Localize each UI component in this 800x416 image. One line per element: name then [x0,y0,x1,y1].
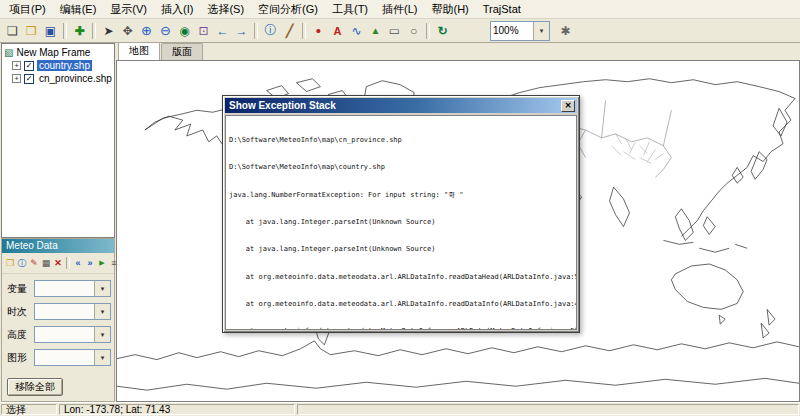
zoom-to-layer-icon[interactable]: ⊡ [194,21,213,40]
stack-line: at org.meteoinfo.data.meteodata.arl.ARLD… [229,300,573,309]
variable-combo[interactable]: ▾ [34,280,111,297]
meteo-data-title[interactable]: Meteo Data [2,239,114,253]
variable-value [35,281,94,296]
menu-item-trajstat[interactable]: TrajStat [476,1,528,17]
chevron-down-icon[interactable]: ▾ [94,327,110,342]
menu-item-project[interactable]: 项目(P) [2,0,53,19]
layer-label[interactable]: country.shp [37,60,92,71]
new-point-icon[interactable]: • [309,21,328,40]
layer-node-cn-province[interactable]: + ✓ cn_province.shp [2,72,114,85]
new-label-icon[interactable]: A [328,21,347,40]
tab-map[interactable]: 地图 [118,42,160,60]
map-frame-label: New Map Frame [16,47,90,58]
stack-line: at org.meteoinfo.data.meteodata.arl.ARLD… [229,273,573,282]
identify-icon[interactable]: ⓘ [261,21,280,40]
layer-label[interactable]: cn_province.shp [37,73,114,84]
toolbar-separator [63,23,67,39]
menu-item-plugins[interactable]: 插件(L) [375,0,424,19]
time-combo[interactable]: ▾ [34,303,111,320]
open-data-icon[interactable]: ❒ [4,256,16,270]
toolbar-separator [92,23,96,39]
pan-icon[interactable]: ✥ [118,21,137,40]
measure-icon[interactable]: ╱ [280,21,299,40]
new-circle-icon[interactable]: ○ [404,21,423,40]
refresh-icon[interactable]: ↻ [433,21,452,40]
status-bar: 选择 Lon: -173.78; Lat: 71.43 [0,402,800,416]
data-info-icon[interactable]: ⓘ [16,256,28,270]
graphic-combo[interactable]: ▾ [34,349,111,366]
layers-tree: ▧ New Map Frame + ✓ country.shp + ✓ cn_p… [1,43,115,238]
new-rectangle-icon[interactable]: ▭ [385,21,404,40]
map-frame-icon: ▧ [4,47,13,58]
left-panel: ▧ New Map Frame + ✓ country.shp + ✓ cn_p… [0,43,116,402]
animate-icon[interactable]: ▶ [96,256,108,270]
graphic-value [35,350,94,365]
chevron-down-icon[interactable]: ▾ [533,22,549,40]
add-layer-icon[interactable]: ✚ [70,21,89,40]
select-element-icon[interactable]: ➤ [99,21,118,40]
menu-item-insert[interactable]: 插入(I) [154,0,200,19]
status-spacer [297,404,799,415]
stack-line: D:\Software\MeteoInfo\map\cn_province.sh… [229,136,573,145]
next-time-icon[interactable]: » [84,256,96,270]
layer-checkbox[interactable]: ✓ [24,74,34,84]
new-polygon-icon[interactable]: ▲ [366,21,385,40]
draw-data-icon[interactable]: ✎ [28,256,40,270]
meteo-data-panel: Meteo Data ❒ ⓘ ✎ ▦ ✕ « » ▶ ≡ 变量 ▾ [1,238,115,402]
status-mode: 选择 [1,404,57,415]
zoom-in-icon[interactable]: ⊕ [137,21,156,40]
zoom-level-combo[interactable]: ▾ [490,21,550,41]
expand-icon[interactable]: + [12,61,21,70]
tab-layout[interactable]: 版面 [161,43,203,60]
prev-extent-icon[interactable]: ← [213,21,232,40]
time-value [35,304,94,319]
stack-line: java.lang.NumberFormatException: For inp… [229,191,573,200]
close-icon[interactable]: ✕ [561,100,575,112]
layer-node-country[interactable]: + ✓ country.shp [2,59,114,72]
data-table-icon[interactable]: ▦ [40,256,52,270]
time-label: 时次 [7,305,31,319]
menu-item-spatial-analysis[interactable]: 空间分析(G) [251,0,325,19]
next-extent-icon[interactable]: → [232,21,251,40]
menu-item-selection[interactable]: 选择(S) [200,0,251,19]
menu-item-tools[interactable]: 工具(T) [325,0,375,19]
full-extent-icon[interactable]: ◉ [175,21,194,40]
chevron-down-icon[interactable]: ▾ [94,350,110,365]
first-time-icon[interactable]: « [72,256,84,270]
view-tabs: 地图 版面 [116,43,800,60]
settings-icon[interactable]: ✱ [556,21,575,40]
save-project-icon[interactable]: ▣ [41,21,60,40]
time-field-row: 时次 ▾ [7,303,111,320]
stack-line: D:\Software\MeteoInfo\map\country.shp [229,163,573,172]
new-project-icon[interactable]: ❏ [3,21,22,40]
exception-dialog-title: Show Exception Stack [229,100,561,111]
exception-dialog-titlebar[interactable]: Show Exception Stack ✕ [225,98,577,113]
toolbar-separator [426,23,430,39]
china-province-borders [612,134,664,164]
zoom-level-input[interactable] [491,22,533,40]
menu-item-view[interactable]: 显示(V) [103,0,154,19]
stack-line: at java.lang.Integer.parseInt(Unknown So… [229,218,573,227]
toolbar-separator [302,23,306,39]
variable-field-row: 变量 ▾ [7,280,111,297]
main-toolbar: ❏ ❒ ▣ ✚ ➤ ✥ ⊕ ⊖ ◉ ⊡ ← → ⓘ ╱ • A ∿ ▲ ▭ ○ … [0,19,800,43]
remove-data-icon[interactable]: ✕ [52,256,64,270]
zoom-out-icon[interactable]: ⊖ [156,21,175,40]
chevron-down-icon[interactable]: ▾ [94,304,110,319]
menu-bar: 项目(P) 编辑(E) 显示(V) 插入(I) 选择(S) 空间分析(G) 工具… [0,0,800,19]
graphic-field-row: 图形 ▾ [7,349,111,366]
level-field-row: 高度 ▾ [7,326,111,343]
menu-item-help[interactable]: 帮助(H) [424,0,475,19]
level-combo[interactable]: ▾ [34,326,111,343]
level-label: 高度 [7,328,31,342]
expand-icon[interactable]: + [12,74,21,83]
remove-all-button[interactable]: 移除全部 [7,378,63,396]
meteo-data-toolbar: ❒ ⓘ ✎ ▦ ✕ « » ▶ ≡ [2,253,114,274]
map-frame-node[interactable]: ▧ New Map Frame [2,46,114,59]
chevron-down-icon[interactable]: ▾ [94,281,110,296]
toolbar-separator [254,23,258,39]
new-polyline-icon[interactable]: ∿ [347,21,366,40]
open-project-icon[interactable]: ❒ [22,21,41,40]
layer-checkbox[interactable]: ✓ [24,61,34,71]
menu-item-edit[interactable]: 编辑(E) [53,0,104,19]
